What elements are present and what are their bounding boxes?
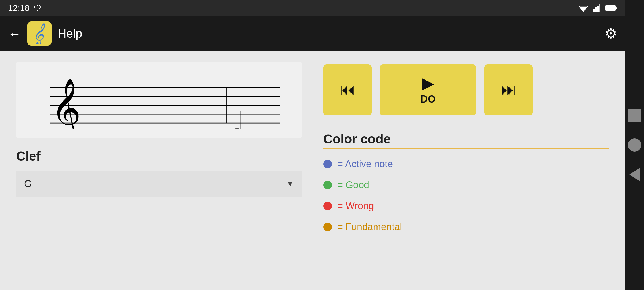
color-code-title: Color code — [323, 132, 609, 148]
color-item-wrong: = Wrong — [323, 195, 609, 216]
play-note-label: DO — [420, 93, 436, 105]
side-nav-circle-button[interactable] — [628, 138, 641, 152]
svg-rect-3 — [595, 7, 597, 12]
settings-button[interactable]: ⚙ — [605, 26, 617, 42]
wrong-dot — [323, 202, 332, 210]
main-content: 𝄞 Clef G ▼ — [0, 51, 625, 290]
fundamental-label: = Fundamental — [337, 221, 402, 233]
prev-button[interactable]: ⏮ — [323, 64, 372, 115]
play-icon: ▶ — [422, 75, 434, 91]
status-time: 12:18 — [8, 3, 30, 13]
shield-icon: 🛡 — [34, 4, 41, 13]
side-nav — [625, 0, 644, 290]
svg-rect-5 — [599, 4, 601, 12]
fundamental-dot — [323, 223, 332, 231]
active-label: = Active note — [337, 158, 393, 170]
color-code-divider — [323, 148, 609, 149]
wrong-label: = Wrong — [337, 200, 374, 212]
status-left: 12:18 🛡 — [8, 3, 41, 13]
staff-notation: 𝄞 — [21, 70, 297, 129]
clef-dropdown[interactable]: G ▼ — [16, 171, 302, 197]
battery-icon — [605, 5, 617, 12]
next-button[interactable]: ⏭ — [484, 64, 533, 115]
clef-section-title: Clef — [16, 149, 302, 166]
color-code-section: Color code = Active note = Good = Wrong … — [323, 132, 609, 237]
app-bar-title: Help — [58, 27, 82, 40]
color-item-good: = Good — [323, 175, 609, 195]
color-item-fundamental: = Fundamental — [323, 216, 609, 237]
svg-rect-4 — [597, 6, 599, 12]
app-bar: ← 𝄞 Help ⚙ — [0, 16, 625, 51]
play-button[interactable]: ▶ DO — [380, 64, 476, 115]
status-bar: 12:18 🛡 — [0, 0, 625, 16]
svg-rect-2 — [593, 9, 595, 12]
app-icon-svg: 𝄞 — [30, 23, 49, 44]
clef-value: G — [24, 178, 32, 190]
status-right — [578, 4, 617, 12]
color-item-active: = Active note — [323, 154, 609, 175]
svg-rect-7 — [615, 7, 617, 9]
active-dot — [323, 160, 332, 168]
signal-icon — [593, 4, 601, 12]
app-icon: 𝄞 — [27, 21, 52, 46]
good-label: = Good — [337, 179, 369, 191]
back-button[interactable]: ← — [8, 26, 21, 41]
good-dot — [323, 181, 332, 189]
dropdown-arrow-icon: ▼ — [286, 180, 294, 188]
svg-marker-0 — [580, 7, 587, 12]
svg-text:𝄞: 𝄞 — [51, 79, 81, 129]
svg-rect-8 — [606, 6, 615, 10]
prev-icon: ⏮ — [339, 82, 356, 98]
transport-controls: ⏮ ▶ DO ⏭ — [323, 64, 609, 121]
next-icon: ⏭ — [500, 82, 517, 98]
side-nav-back-button[interactable] — [629, 168, 640, 181]
app-bar-left: ← 𝄞 Help — [8, 21, 82, 46]
svg-text:𝄞: 𝄞 — [33, 23, 45, 44]
clef-section: Clef G ▼ — [16, 149, 302, 197]
staff-area: 𝄞 — [16, 62, 302, 138]
right-panel: ⏮ ▶ DO ⏭ Color code = Active note — [323, 62, 609, 279]
side-nav-square-button[interactable] — [628, 109, 641, 122]
wifi-icon — [578, 4, 589, 12]
left-panel: 𝄞 Clef G ▼ — [16, 62, 302, 279]
clef-divider — [16, 166, 302, 166]
